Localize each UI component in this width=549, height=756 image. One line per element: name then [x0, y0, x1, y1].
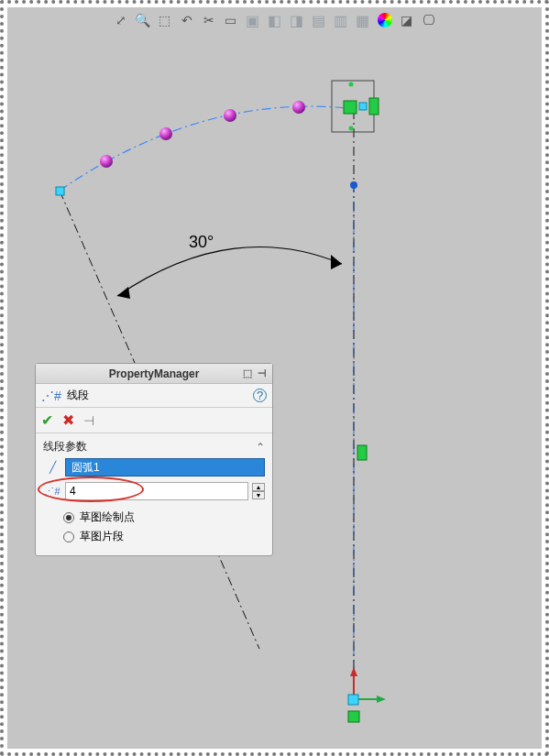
view-cube-6-icon[interactable]: ▦: [353, 10, 373, 30]
radio-sketch-points[interactable]: 草图绘制点: [63, 508, 265, 527]
feature-name: 线段: [67, 388, 89, 403]
collapse-icon[interactable]: ⌃: [256, 441, 265, 454]
radio-label-1: 草图绘制点: [80, 509, 135, 525]
panel-title-text: PropertyManager: [109, 367, 200, 380]
section-icon[interactable]: ✂: [199, 10, 219, 30]
zoom-fit-icon[interactable]: 🔍: [133, 10, 153, 30]
origin-icon[interactable]: ⤢: [111, 10, 131, 30]
section-header: 线段参数: [43, 439, 87, 455]
pin-button[interactable]: ⊣: [83, 413, 94, 428]
svg-marker-21: [377, 696, 386, 703]
svg-point-16: [350, 181, 357, 189]
entity-selection-input[interactable]: [65, 458, 265, 477]
svg-point-7: [224, 109, 236, 122]
prev-view-icon[interactable]: ↶: [177, 10, 197, 30]
spinner-down-icon[interactable]: ▼: [252, 491, 265, 499]
spinner-up-icon[interactable]: ▲: [252, 483, 265, 491]
count-spinner[interactable]: ▲ ▼: [252, 483, 265, 499]
panel-title-bar: PropertyManager ⬚ ⊣: [36, 364, 272, 384]
entity-line-icon: ╱: [43, 459, 61, 476]
svg-marker-4: [331, 255, 342, 269]
view-cube-5-icon[interactable]: ▥: [331, 10, 351, 30]
view-cube-4-icon[interactable]: ▤: [309, 10, 329, 30]
radio-label-2: 草图片段: [80, 529, 124, 544]
ok-button[interactable]: ✔: [41, 411, 53, 429]
svg-rect-23: [348, 711, 359, 722]
svg-marker-19: [350, 667, 357, 676]
panel-pushpin-icon[interactable]: ⊣: [256, 367, 269, 379]
property-manager-panel: PropertyManager ⬚ ⊣ ⋰# 线段 ? ✔ ✖ ⊣ 线段参数 ⌃…: [35, 363, 273, 556]
radio-icon: [63, 512, 74, 523]
radio-sketch-segments[interactable]: 草图片段: [63, 527, 265, 546]
svg-rect-17: [357, 445, 367, 460]
count-icon: ⋰#: [43, 486, 61, 498]
svg-rect-12: [369, 98, 379, 115]
cancel-button[interactable]: ✖: [62, 411, 74, 429]
view-cube-2-icon[interactable]: ◧: [265, 10, 285, 30]
svg-rect-13: [359, 103, 367, 110]
display-style-icon[interactable]: ▭: [221, 10, 241, 30]
zoom-area-icon[interactable]: ⬚: [155, 10, 175, 30]
help-icon[interactable]: ?: [253, 389, 267, 402]
segment-feature-icon: ⋰#: [41, 389, 61, 403]
graphics-viewport[interactable]: ⤢ 🔍 ⬚ ↶ ✂ ▭ ▣ ◧ ◨ ▤ ▥ ▦ ◪ 🖵: [7, 7, 542, 749]
panel-keep-visible-icon[interactable]: ⬚: [241, 367, 254, 379]
heads-up-toolbar: ⤢ 🔍 ⬚ ↶ ✂ ▭ ▣ ◧ ◨ ▤ ▥ ▦ ◪ 🖵: [7, 9, 542, 31]
svg-point-8: [292, 101, 305, 114]
svg-point-5: [100, 155, 113, 168]
svg-rect-9: [56, 187, 64, 195]
svg-point-6: [159, 127, 172, 140]
appearance-icon[interactable]: [375, 10, 395, 30]
svg-point-15: [349, 126, 354, 131]
svg-rect-11: [344, 101, 357, 114]
compare-icon[interactable]: ◪: [397, 10, 417, 30]
screen-icon[interactable]: 🖵: [419, 10, 439, 30]
radio-icon: [63, 531, 74, 542]
view-cube-3-icon[interactable]: ◨: [287, 10, 307, 30]
svg-point-14: [349, 82, 354, 87]
svg-marker-3: [117, 287, 130, 299]
angle-dimension[interactable]: 30°: [189, 233, 214, 252]
svg-rect-22: [348, 695, 358, 705]
view-cube-1-icon[interactable]: ▣: [243, 10, 263, 30]
instance-count-input[interactable]: [65, 482, 248, 500]
